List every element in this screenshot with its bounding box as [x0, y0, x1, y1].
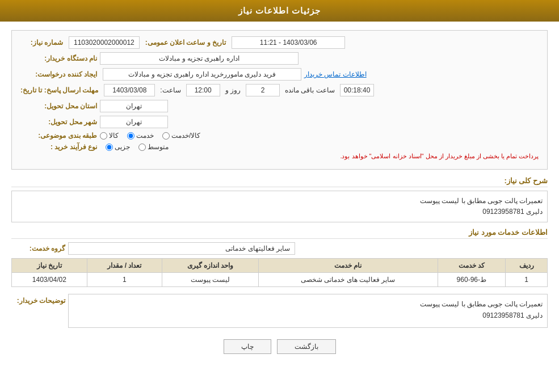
cell-qty: 1 [87, 273, 162, 287]
service-group-value: سایر فعالیتهای خدماتی [68, 242, 295, 255]
province-label: استان محل تحویل: [20, 102, 100, 110]
need-number-value: 1103020002000012 [69, 36, 140, 49]
process-mutavasset[interactable]: متوسط [138, 143, 169, 151]
table-row: 1 ط-96-960 سایر فعالیت های خدماتی شخصی ل… [12, 273, 548, 287]
process-mutavasset-label: متوسط [148, 143, 169, 151]
city-value: تهران [100, 116, 168, 128]
category-khidmat[interactable]: خدمت [127, 132, 154, 140]
deadline-days-label: روز و [223, 86, 243, 94]
contact-link[interactable]: اطلاعات تماس خریدار [304, 70, 367, 78]
buyer-notes-text: تعمیرات پالت جوبی مطابق با لیست پیوست دل… [73, 299, 543, 321]
deadline-days: 2 [246, 84, 280, 96]
remaining-time: 00:18:40 [340, 84, 375, 96]
need-desc-title: شرح کلی نیاز: [11, 176, 548, 187]
print-button[interactable]: چاپ [224, 339, 271, 354]
process-warn: پرداخت تمام یا بخشی از مبلغ خریدار از مح… [20, 153, 539, 160]
page-header: جزئیات اطلاعات نیاز [0, 0, 559, 22]
buyer-org-label: نام دستگاه خریدار: [20, 54, 100, 62]
category-kala-radio[interactable] [100, 132, 107, 140]
remaining-label: ساعت باقی مانده [283, 86, 337, 94]
process-radio-group: متوسط جزیی [106, 143, 169, 151]
buyer-notes-box: تعمیرات پالت جوبی مطابق با لیست پیوست دل… [68, 294, 548, 328]
services-title: اطلاعات خدمات مورد نیاز [11, 228, 548, 239]
category-kala-khidmat[interactable]: کالا/خدمت [162, 132, 200, 140]
cell-unit: لیست پیوست [162, 273, 259, 287]
items-table: ردیف کد خدمت نام خدمت واحد اندازه گیری ت… [11, 258, 548, 287]
buyer-notes-label: توضیحات خریدار: [11, 294, 68, 305]
requester-label: ایجاد کننده درخواست: [20, 70, 100, 78]
process-jozii-label: جزیی [115, 143, 130, 151]
category-kala-khidmat-radio[interactable] [162, 132, 170, 140]
requester-value: فرید دلیری ماموررخرید اداره راهبری تجزیه… [103, 68, 301, 81]
page-title: جزئیات اطلاعات نیاز [238, 6, 321, 15]
category-label: طبقه بندی موضوعی: [20, 132, 100, 140]
cell-date: 1403/04/02 [12, 273, 87, 287]
province-value: تهران [100, 100, 168, 112]
category-khidmat-radio[interactable] [127, 132, 135, 140]
deadline-time-label: ساعت: [158, 86, 183, 94]
process-type-label: نوع فرآیند خرید : [20, 143, 100, 151]
bottom-buttons: بازگشت چاپ [11, 334, 548, 363]
col-qty: تعداد / مقدار [87, 259, 162, 273]
buyer-org-value: اداره راهبری تجزیه و مبادلات [100, 52, 299, 65]
deadline-date: 1403/03/08 [104, 84, 155, 96]
cell-code: ط-96-960 [438, 273, 505, 287]
service-group-label: گروه خدمت: [11, 245, 68, 252]
category-kala[interactable]: کالا [100, 132, 119, 140]
category-khidmat-label: خدمت [136, 132, 154, 140]
city-label: شهر محل تحویل: [20, 118, 100, 126]
category-radio-group: کالا/خدمت خدمت کالا [100, 132, 200, 140]
cell-name: سایر فعالیت های خدماتی شخصی [259, 273, 438, 287]
col-name: نام خدمت [259, 259, 438, 273]
deadline-label: مهلت ارسال پاسخ: تا تاریخ: [20, 86, 101, 94]
col-unit: واحد اندازه گیری [162, 259, 259, 273]
deadline-time: 12:00 [186, 84, 220, 96]
col-date: تاریخ نیاز [12, 259, 87, 273]
need-desc-text: تعمیرات پالت جوبی مطابق با لیست پیوست دل… [16, 196, 543, 217]
announce-date-label: تاریخ و ساعت اعلان عمومی: [142, 39, 229, 47]
category-kala-khidmat-label: کالا/خدمت [171, 132, 200, 140]
need-number-label: شماره نیاز: [20, 39, 66, 47]
category-kala-label: کالا [109, 132, 119, 140]
process-jozii[interactable]: جزیی [106, 143, 130, 151]
cell-row: 1 [506, 273, 548, 287]
back-button[interactable]: بازگشت [277, 339, 336, 354]
announce-date-value: 1403/03/06 - 11:21 [232, 36, 345, 49]
process-jozii-radio[interactable] [106, 144, 113, 151]
process-mutavasset-radio[interactable] [138, 144, 146, 151]
need-desc-box: تعمیرات پالت جوبی مطابق با لیست پیوست دل… [11, 191, 548, 222]
col-row: ردیف [506, 259, 548, 273]
col-code: کد خدمت [438, 259, 505, 273]
